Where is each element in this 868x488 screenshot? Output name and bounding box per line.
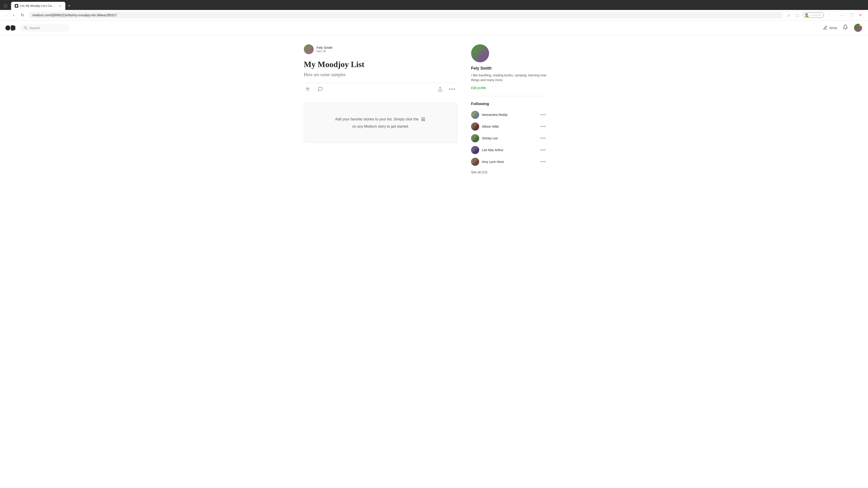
forward-button[interactable]: › [11, 12, 16, 19]
bell-icon [843, 24, 848, 30]
top-nav: Search Write ⭐ [0, 21, 868, 35]
write-icon [823, 26, 828, 30]
edit-profile-button[interactable]: Edit profile [471, 86, 486, 90]
sidebar-author: Fely Smith I like travelling, reading bo… [471, 44, 548, 90]
divider-1 [471, 96, 548, 96]
medium-logo[interactable] [5, 25, 16, 31]
action-right: ••• [436, 86, 458, 93]
article-subtitle: Here are some samples [304, 72, 458, 77]
window-controls: — ❐ ✕ [838, 12, 864, 19]
main-content: Fely Smith Dec 28 My Moodjoy List Here a… [298, 35, 569, 183]
minimize-button[interactable]: — [838, 12, 846, 19]
empty-state-text: Add your favorite stories to your list. … [313, 116, 448, 129]
sidebar: Fely Smith I like travelling, reading bo… [471, 44, 548, 174]
author-date: Dec 28 [316, 50, 333, 53]
sidebar-author-name: Fely Smith [471, 66, 492, 71]
back-button[interactable]: ‹ [4, 12, 8, 19]
share-icon [438, 87, 442, 92]
following-name-neeramitra[interactable]: Neeramitra Reddy [482, 113, 536, 117]
medium-app: Search Write ⭐ [0, 21, 868, 488]
following-item: Amy Lynn Hess ••• [471, 158, 548, 166]
incognito-badge[interactable]: 🕵 Incognito [803, 12, 824, 18]
maximize-button[interactable]: ❐ [847, 12, 856, 19]
following-avatar-allison[interactable] [471, 123, 479, 131]
author-info: Fely Smith Dec 28 [316, 46, 333, 53]
following-more-neeramitra[interactable]: ••• [539, 111, 548, 118]
article-title: My Moodjoy List [304, 60, 458, 69]
sidebar-author-avatar[interactable] [471, 44, 489, 62]
tab-expand-button[interactable]: ⬛ [2, 3, 9, 8]
following-list: Neeramitra Reddy ••• Allison Wiltz ••• S… [471, 111, 548, 166]
following-more-shirley[interactable]: ••• [539, 135, 548, 142]
author-name[interactable]: Fely Smith [316, 46, 333, 50]
svg-point-2 [14, 25, 16, 30]
avatar-badge: ⭐ [860, 23, 863, 26]
nav-right: Write ⭐ [823, 23, 863, 32]
following-name-shirley[interactable]: Shirley Lee [482, 136, 536, 140]
following-name-lee[interactable]: Lee Mac Arthur [482, 148, 536, 152]
clap-icon [306, 87, 311, 92]
following-avatar-amy[interactable] [471, 158, 479, 166]
active-tab[interactable]: List: My Moodjoy List | Curated... × [11, 2, 65, 10]
search-placeholder: Search [29, 26, 40, 30]
following-avatar-shirley[interactable] [471, 134, 479, 142]
extension-icon[interactable]: ⬚ [794, 12, 801, 18]
incognito-label: Incognito [810, 13, 822, 17]
address-bar-icons: ☆ ⬚ 🕵 Incognito ⋮ [785, 12, 833, 19]
close-window-button[interactable]: ✕ [857, 12, 864, 19]
sidebar-author-bio: I like travelling, reading books, campin… [471, 73, 548, 83]
more-options-button[interactable]: ••• [447, 86, 458, 93]
empty-state: Add your favorite stories to your list. … [304, 103, 458, 143]
following-more-amy[interactable]: ••• [539, 159, 548, 165]
comment-icon [318, 87, 323, 92]
tab-title: List: My Moodjoy List | Curated... [20, 4, 56, 7]
following-avatar-lee[interactable] [471, 146, 479, 154]
following-item: Shirley Lee ••• [471, 134, 548, 142]
following-item: Lee Mac Arthur ••• [471, 146, 548, 154]
tab-bar: ⬛ List: My Moodjoy List | Curated... × + [0, 0, 868, 10]
url-input[interactable] [29, 12, 782, 18]
tab-close-button[interactable]: × [58, 4, 62, 8]
notification-button[interactable] [843, 24, 848, 31]
following-name-allison[interactable]: Allison Wiltz [482, 125, 536, 128]
see-all-button[interactable]: See all (10) [471, 170, 487, 174]
following-item: Allison Wiltz ••• [471, 123, 548, 131]
svg-rect-1 [11, 25, 14, 31]
article-actions: ••• [304, 83, 458, 95]
user-avatar-button[interactable]: ⭐ [854, 23, 863, 32]
write-label: Write [829, 26, 837, 30]
write-button[interactable]: Write [823, 26, 837, 30]
more-dots: ••• [449, 87, 456, 92]
following-item: Neeramitra Reddy ••• [471, 111, 548, 119]
address-bar: ‹ › ↻ ☆ ⬚ 🕵 Incognito ⋮ — ❐ ✕ [0, 10, 868, 21]
search-icon [24, 26, 28, 30]
article-area: Fely Smith Dec 28 My Moodjoy List Here a… [304, 44, 458, 174]
following-name-amy[interactable]: Amy Lynn Hess [482, 160, 536, 164]
following-more-lee[interactable]: ••• [539, 147, 548, 153]
following-title: Following [471, 102, 548, 106]
following-avatar-neeramitra[interactable] [471, 111, 479, 119]
action-left [304, 86, 324, 93]
svg-point-0 [5, 25, 10, 30]
empty-text-before: Add your favorite stories to your list. … [335, 116, 418, 122]
bookmark-plus-icon [421, 117, 426, 122]
search-bar[interactable]: Search [20, 24, 70, 32]
medium-logo-svg [5, 25, 16, 31]
clap-button[interactable] [304, 86, 312, 93]
author-avatar[interactable] [304, 44, 314, 54]
share-button[interactable] [436, 86, 444, 93]
new-tab-button[interactable]: + [66, 3, 72, 9]
following-more-allison[interactable]: ••• [539, 123, 548, 130]
browser-menu-button[interactable]: ⋮ [826, 12, 833, 19]
bookmark-star-button[interactable]: ☆ [785, 12, 792, 18]
author-row: Fely Smith Dec 28 [304, 44, 458, 54]
empty-text-after: on any Medium story to get started. [352, 124, 409, 129]
comment-button[interactable] [316, 86, 324, 93]
svg-line-4 [26, 29, 27, 29]
reload-button[interactable]: ↻ [19, 12, 26, 19]
incognito-icon: 🕵 [805, 13, 809, 17]
browser-frame: ⬛ List: My Moodjoy List | Curated... × +… [0, 0, 868, 21]
following-section: Following Neeramitra Reddy ••• Allison W… [471, 102, 548, 174]
